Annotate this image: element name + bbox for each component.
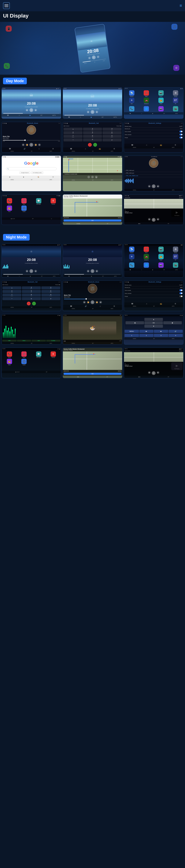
screen-night-app-grid[interactable]: 16:44◉◉ 📡Telegram 🎵Music 📷Photos ⚙Settin… [124, 244, 184, 278]
app-icon-12[interactable]: 🎬 [173, 106, 178, 112]
night-bt-fwd[interactable]: ⏩ [96, 301, 98, 304]
social-play[interactable]: ⏸ [152, 184, 156, 188]
night-next-2[interactable]: ⏭ [96, 270, 98, 272]
prev-btn[interactable]: ⏮ [26, 109, 28, 112]
google-nav-item-2[interactable]: ▶ [23, 176, 24, 178]
night-dial-3[interactable]: 3DEF [41, 286, 60, 289]
next-btn[interactable]: ⏭ [34, 109, 37, 112]
night-dial-hash[interactable]: # [41, 297, 60, 300]
night-power-toggle[interactable] [180, 296, 183, 297]
screen-night-equalizer[interactable]: 17:46BT ◉ [1, 314, 61, 345]
night-end-call[interactable]: 📵 [27, 302, 31, 305]
n-app-2[interactable]: 🎵 [144, 247, 149, 252]
fn-btn-3[interactable]: ⏭ [154, 330, 168, 333]
radio-app[interactable]: 📻 [7, 206, 12, 211]
bt-next[interactable]: ⏭ [38, 144, 41, 146]
screen-night-nav[interactable]: Sunny Coffee Modern Restaurant Road name… [63, 348, 122, 378]
dial-6[interactable]: 6MNO [103, 131, 122, 134]
screen-night-music-2[interactable]: 20:08▶ BT ★ 20:08 A soothing dance of wa… [63, 244, 122, 278]
bt-back10[interactable]: ⏪ [26, 144, 28, 146]
app-icon-7[interactable]: 📻 [158, 98, 164, 103]
app-icon-10[interactable]: 🌐 [144, 106, 149, 112]
night-dial-6[interactable]: 6MNO [41, 290, 60, 293]
bt-play[interactable]: ⏸ [29, 143, 33, 147]
night-dial-9[interactable]: 9WXYZ [41, 293, 60, 297]
dial-5[interactable]: 5JKL [83, 131, 102, 134]
dial-1[interactable]: 1 [63, 128, 82, 131]
google-lucky-btn[interactable]: I'm Feeling Lucky [31, 172, 44, 174]
fn-btn-1[interactable]: MENU [125, 330, 139, 333]
fn-btn-7[interactable]: 3 [154, 334, 168, 337]
app-icon-3[interactable]: 📷 [158, 90, 164, 96]
night-prev-2[interactable]: ⏮ [87, 270, 89, 272]
night-np-play[interactable]: ⏵ [152, 371, 156, 375]
phone-app[interactable]: 📞 [7, 198, 12, 204]
screen-night-carplay[interactable]: 16:49BT ◉ 📞Phone 🎵Music 💬Messages 🎙Podca… [1, 348, 61, 378]
arrow-left[interactable]: ◀ [126, 321, 144, 324]
n-app-3[interactable]: 📷 [158, 247, 164, 252]
app-icon-8[interactable]: BT [173, 98, 178, 103]
screen-nav-map[interactable]: 1:38 ◉BT ◉◉ 📍 📍 [63, 156, 122, 191]
menu-button[interactable] [3, 2, 10, 9]
google-nav-item-4[interactable]: ☰ [52, 176, 54, 178]
app-icon-6[interactable]: 🚗 [144, 98, 149, 103]
screen-bt-music[interactable]: 17:46 ◉ Bluetooth_Music □ × 🎵 Music Titl… [1, 122, 61, 153]
night-auto-answer-toggle[interactable] [180, 289, 183, 291]
screen-night-bt-settings[interactable]: 17:46 ◉ Bluetooth_Settings □ × Device na… [124, 281, 184, 311]
arrow-center[interactable]: OK [144, 321, 163, 324]
night-bt-play[interactable]: ⏸ [90, 300, 95, 304]
np-next[interactable]: ⏭ [157, 218, 159, 221]
night-play-2[interactable]: ⏸ [90, 269, 95, 273]
n-app-9[interactable]: 📞 [129, 262, 134, 268]
dial-8[interactable]: 8TUV [83, 135, 102, 138]
answer-call-btn[interactable]: 📞 [93, 143, 97, 147]
screen-night-media[interactable]: 17:46BT 🍜 ◀ ▶1/25 EMAILBTAIPS [63, 314, 122, 345]
arrow-right[interactable]: ▶ [163, 321, 182, 324]
n-app-8[interactable]: BT [173, 254, 178, 259]
map-zoom-in[interactable]: + [91, 176, 94, 178]
spotify-app[interactable]: 🎧 [21, 206, 27, 211]
screen-not-playing[interactable]: 08:51 ◉◉◉ BT 19/16 ETA9.0 km ↑ Start on … [124, 194, 184, 225]
social-prev[interactable]: ⏮ [148, 185, 151, 188]
night-play-1[interactable]: ⏸ [29, 269, 33, 273]
screen-night-not-playing[interactable]: 08:51◉◉ BT 19/16 ETA9.0 km ↑ Start on So… [124, 348, 184, 378]
night-dial-1[interactable]: 1 [2, 286, 21, 289]
podcast-app[interactable]: 🎙 [51, 198, 56, 204]
n-app-1[interactable]: 📡 [129, 247, 134, 252]
nav-icon[interactable]: ≡ [180, 3, 182, 8]
next-btn-2[interactable]: ⏭ [96, 111, 98, 113]
night-dial-4[interactable]: 4GHI [2, 290, 21, 293]
screen-night-bt-call[interactable]: 17:46 ◉ Bluetooth_Call □ × ◀ ContactsRec… [1, 281, 61, 311]
night-music-app[interactable]: 🎵 [21, 351, 27, 357]
auto-answer-toggle[interactable] [180, 131, 183, 132]
night-go-button[interactable]: GO [63, 373, 122, 375]
dial-hash[interactable]: # [103, 138, 122, 142]
n-app-4[interactable]: ⚙ [173, 247, 178, 252]
screen-bt-call[interactable]: 17:46 ◉ Bluetooth_Call □ × ◀ ContactsRec… [63, 122, 122, 153]
prev-btn-2[interactable]: ⏮ [87, 111, 89, 113]
app-icon-5[interactable]: ✈ [129, 98, 134, 103]
eq-btn-1[interactable]: POP [2, 340, 17, 342]
n-app-7[interactable]: 📻 [158, 254, 164, 259]
night-spotify-app[interactable]: 🎧 [21, 359, 27, 364]
screen-carplay-apps[interactable]: 16:49 ◉BT ◉◉ 📞Phone 🎵Music 💬Messages 🎙Po… [1, 194, 61, 225]
dial-7[interactable]: 7PQRS [63, 135, 82, 138]
night-phone-app[interactable]: 📞 [7, 351, 12, 357]
n-app-10[interactable]: 🌐 [144, 262, 149, 268]
night-answer-call[interactable]: 📞 [32, 302, 36, 305]
n-app-12[interactable]: 🎬 [173, 262, 178, 268]
screen-night-arrow-nav[interactable]: 08:51BT ◉ ▲ ◀ OK ▶ ▼ [124, 314, 184, 345]
night-np-next[interactable]: ⏭ [157, 371, 159, 374]
google-nav-item-3[interactable]: 🏠 [37, 176, 39, 178]
eq-btn-2[interactable]: ROCK [17, 340, 31, 342]
night-podcast-app[interactable]: 🎙 [51, 351, 56, 357]
play-btn-2[interactable]: ⏸ [90, 110, 95, 114]
night-dial-2[interactable]: 2ABC [22, 286, 41, 289]
fn-btn-2[interactable]: ⏮ [139, 330, 154, 333]
night-radio-app[interactable]: 📻 [7, 359, 12, 364]
screen-bt-settings[interactable]: 17:46 ◉ Bluetooth_Settings □ × Device na… [124, 122, 184, 153]
screen-social-music[interactable]: 17:46 SocialMusic □ × 🎵 ♪ 华乐_#198.mp3 ♪ … [124, 156, 184, 191]
screen-music-day-1[interactable]: 20:08▶ BT ··· 🏔 20:08 A soothing dance o… [1, 87, 61, 119]
night-bt-next[interactable]: ⏭ [99, 301, 102, 304]
n-app-11[interactable]: 📷 [158, 262, 164, 268]
